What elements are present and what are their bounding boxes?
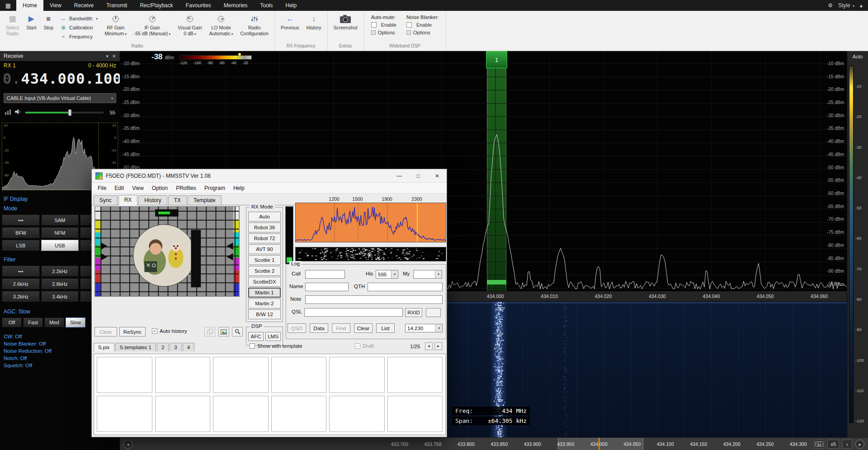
template-thumbnail[interactable] — [213, 396, 269, 432]
template-tab[interactable]: 4 — [183, 343, 194, 351]
template-thumbnail[interactable] — [329, 357, 385, 393]
mmsstv-menu-item[interactable]: View — [128, 185, 148, 191]
log-button[interactable]: Clear — [354, 323, 373, 333]
call-input[interactable] — [305, 270, 345, 279]
menu-tab[interactable]: Memories — [217, 0, 254, 11]
auto-history-checkbox[interactable]: Auto history — [152, 328, 187, 334]
stop-button[interactable]: ■ Stop — [40, 12, 57, 43]
frequency-navigator-bar[interactable]: 433.700433.750433.800433.850433.900433.9… — [120, 437, 868, 450]
mode-button[interactable]: SAM — [41, 214, 79, 226]
chevron-down-icon[interactable]: ▾ — [106, 53, 108, 59]
menu-tab[interactable]: Favourites — [179, 0, 217, 11]
frequency-display[interactable]: 0.434.000.100 — [0, 69, 120, 89]
filter-button[interactable]: ••• — [2, 265, 40, 277]
draft-checkbox[interactable]: Draft — [355, 343, 374, 349]
template-thumbnail[interactable] — [97, 396, 152, 432]
rx-mode-button[interactable]: Martin 1 — [248, 288, 281, 298]
template-thumbnail[interactable] — [387, 396, 443, 432]
template-tab[interactable]: S.pix — [94, 343, 114, 351]
menu-tab[interactable]: Transmit — [100, 0, 133, 11]
rx-mode-button[interactable]: Scottie 1 — [248, 255, 281, 265]
style-selector[interactable]: Style ▾ — [838, 2, 854, 9]
auto-range-button[interactable]: Auto — [847, 51, 868, 63]
mode-button[interactable]: USB — [41, 240, 79, 251]
calibration-button[interactable]: ⊕Calibration — [60, 24, 98, 31]
speaker-icon[interactable] — [14, 109, 22, 117]
rx-mode-button[interactable]: AVT 90 — [248, 244, 281, 254]
mmsstv-menu-item[interactable]: Program — [200, 185, 229, 191]
noise-blanker-options[interactable]: Options — [406, 30, 439, 35]
lms-button[interactable]: LMS — [265, 332, 281, 341]
name-input[interactable] — [305, 283, 349, 291]
mmsstv-menu-item[interactable]: Edit — [110, 185, 128, 191]
filter-button[interactable]: 3.2kHz — [2, 291, 40, 302]
app-menu-icon[interactable]: ▦ — [0, 0, 16, 11]
agc-button[interactable]: Slow — [66, 317, 85, 327]
next-page-button[interactable]: ► — [434, 342, 442, 350]
afc-button[interactable]: AFC — [248, 332, 264, 341]
resync-button[interactable]: ReSync — [119, 327, 146, 336]
select-radio-button[interactable]: ▦ SelectRadio — [3, 12, 22, 43]
note-input[interactable] — [305, 295, 443, 304]
template-thumbnail[interactable] — [329, 396, 385, 432]
mmsstv-menu-item[interactable]: Help — [229, 185, 249, 191]
mmsstv-tab[interactable]: RX — [118, 195, 138, 205]
minimize-icon[interactable]: — — [390, 169, 409, 182]
bandwidth-dropdown[interactable]: ↔Bandwidth▾ — [60, 15, 98, 22]
template-tab[interactable]: 2 — [157, 343, 169, 351]
rx-filter-band-handle[interactable] — [487, 280, 506, 284]
rf-gain-button[interactable]: RF Gain Minimum▾ — [101, 12, 130, 43]
my-rst-combo[interactable]: ▾ — [413, 270, 442, 279]
log-frequency-combo[interactable]: 14.230▾ — [405, 324, 443, 332]
menu-tab[interactable]: Help — [279, 0, 303, 11]
visual-gain-button[interactable]: Visual Gain 0 dB▾ — [175, 12, 205, 43]
template-thumbnail[interactable] — [155, 357, 211, 393]
log-button[interactable]: QSO — [288, 323, 306, 333]
volume-slider-thumb[interactable] — [68, 109, 71, 116]
mmsstv-tab[interactable]: TX — [168, 195, 187, 205]
auto-mute-options[interactable]: Options — [371, 30, 396, 35]
mmsstv-menu-item[interactable]: PRofiles — [172, 185, 200, 191]
agc-button[interactable]: Fast — [23, 317, 43, 327]
audio-input-select[interactable]: CABLE Input (VB-Audio Virtual Cable)▾ — [4, 93, 116, 103]
auto-mute-enable[interactable]: Enable — [371, 22, 396, 28]
log-button[interactable]: List — [376, 323, 395, 333]
volume-slider[interactable] — [25, 112, 104, 114]
copy-icon[interactable] — [204, 327, 215, 336]
filter-button[interactable]: 2.6kHz — [2, 278, 40, 289]
menu-tab[interactable]: Receive — [68, 0, 100, 11]
menu-tab[interactable]: View — [43, 0, 68, 11]
navigator-left-button[interactable]: ◂ — [123, 440, 132, 449]
close-icon[interactable]: ✕ — [428, 169, 447, 182]
rxid-aux-button[interactable] — [426, 308, 441, 317]
agc-button[interactable]: Med — [44, 317, 64, 327]
receive-panel-header[interactable]: Receive ▾ ✕ — [0, 51, 120, 61]
rx-marker-1[interactable]: 1 — [486, 51, 507, 68]
mmsstv-menu-item[interactable]: File — [94, 185, 110, 191]
filter-button[interactable]: 3.4kHz — [41, 291, 79, 302]
rx-mode-button[interactable]: Robot 72 — [248, 233, 281, 243]
menu-tab[interactable]: Rec/Playback — [133, 0, 179, 11]
template-thumbnail[interactable] — [213, 357, 269, 393]
log-button[interactable]: Find — [332, 323, 350, 333]
mode-button[interactable]: NFM — [41, 227, 79, 238]
noise-blanker-enable[interactable]: Enable — [406, 22, 439, 28]
mode-button[interactable]: ••• — [2, 214, 40, 226]
rx-mode-button[interactable]: ScottieDX — [248, 277, 281, 287]
rx-mode-button[interactable]: Robot 36 — [248, 223, 281, 232]
settings-icon[interactable]: ⚙ — [828, 2, 833, 9]
screenshot-button[interactable]: Screenshot — [330, 12, 361, 43]
rxid-button[interactable]: RXID — [405, 308, 422, 317]
template-thumbnail[interactable] — [271, 357, 327, 393]
qth-input[interactable] — [368, 283, 443, 291]
prev-page-button[interactable]: ◄ — [425, 342, 433, 350]
log-button[interactable]: Data — [310, 323, 328, 333]
rx-mode-button[interactable]: B/W 12 — [248, 309, 281, 319]
auto-mute-enable-checkbox[interactable] — [371, 22, 377, 28]
mmsstv-tab[interactable]: Template — [188, 195, 222, 205]
clear-image-button[interactable]: Clear — [94, 327, 117, 336]
template-thumbnail[interactable] — [97, 357, 152, 393]
keyboard-icon[interactable] — [814, 440, 824, 449]
frequency-history-button[interactable]: ↓ History — [303, 12, 325, 43]
rx-mode-button[interactable]: Auto — [248, 212, 281, 222]
